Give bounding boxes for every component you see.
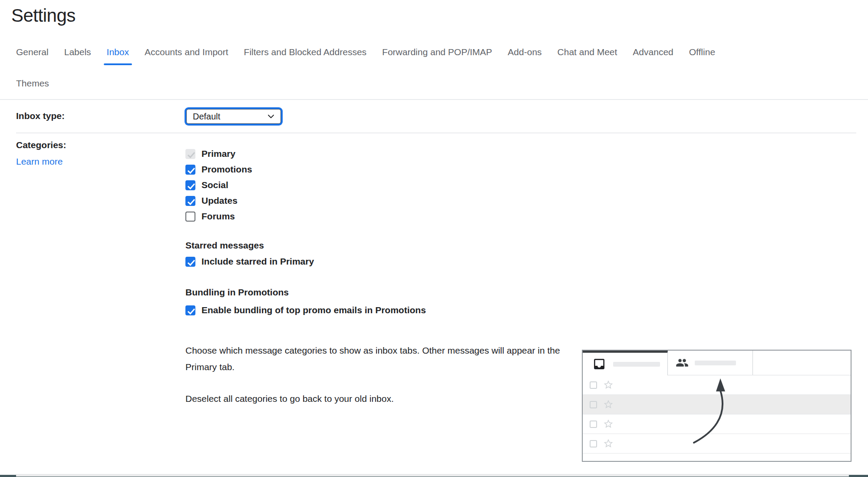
checkbox-label: Enable bundling of top promo emails in P… — [201, 305, 426, 315]
illustration-social-tab — [668, 351, 753, 375]
inbox-tabs-illustration — [582, 350, 851, 462]
tab-row-1: GeneralLabelsInboxAccounts and ImportFil… — [16, 47, 854, 57]
tab-label: Inbox — [107, 47, 129, 57]
illustration-message-list — [583, 375, 851, 461]
starred-option-row: Include starred in Primary — [185, 256, 314, 267]
category-row-promotions: Promotions — [185, 162, 252, 177]
tab-label: Chat and Meet — [558, 47, 617, 57]
checkbox-label: Updates — [201, 195, 238, 206]
tab-label-placeholder — [695, 361, 736, 365]
checkbox-label: Social — [201, 180, 228, 190]
checkbox-outline-icon — [590, 381, 597, 389]
categories-description: Choose which message categories to show … — [185, 342, 570, 375]
illustration-row — [583, 375, 851, 395]
tab-accounts-and-import[interactable]: Accounts and Import — [145, 47, 228, 57]
tab-label-placeholder — [613, 362, 660, 367]
checkbox-include-starred-in-primary[interactable] — [185, 257, 195, 267]
checkmark-icon — [188, 197, 195, 205]
bundling-option-row: Enable bundling of top promo emails in P… — [185, 305, 426, 315]
category-row-updates: Updates — [185, 193, 252, 209]
illustration-primary-tab — [583, 351, 668, 375]
inbox-type-label: Inbox type: — [16, 111, 65, 121]
category-row-social: Social — [185, 177, 252, 193]
checkbox-label: Primary — [201, 149, 235, 159]
chevron-down-icon — [267, 114, 274, 119]
inbox-type-selected-value: Default — [193, 112, 267, 122]
checkbox-promotions[interactable] — [185, 165, 195, 175]
learn-more-link[interactable]: Learn more — [16, 156, 63, 167]
checkbox-social[interactable] — [185, 180, 195, 190]
category-row-forums: Forums — [185, 209, 252, 224]
tab-offline[interactable]: Offline — [689, 47, 715, 57]
checkbox-outline-icon — [590, 440, 597, 447]
illustration-row — [583, 434, 851, 454]
categories-label: Categories: — [16, 140, 66, 150]
tab-general[interactable]: General — [16, 47, 49, 57]
tab-label: Add-ons — [508, 47, 541, 57]
star-outline-icon — [603, 399, 614, 410]
tab-label: General — [16, 47, 49, 57]
bundling-heading: Bundling in Promotions — [185, 287, 289, 298]
checkmark-icon — [188, 166, 195, 174]
horizontal-scrollbar-thumb[interactable] — [16, 474, 849, 477]
star-outline-icon — [603, 380, 614, 390]
tab-inbox[interactable]: Inbox — [107, 47, 129, 57]
illustration-row — [583, 395, 851, 414]
gmail-settings-page: Settings GeneralLabelsInboxAccounts and … — [0, 0, 868, 477]
checkbox-updates[interactable] — [185, 196, 195, 206]
inbox-type-divider — [16, 132, 856, 133]
tab-add-ons[interactable]: Add-ons — [508, 47, 541, 57]
checkbox-outline-icon — [590, 401, 597, 408]
checkbox-forums[interactable] — [185, 212, 195, 222]
star-outline-icon — [603, 438, 614, 449]
tab-themes[interactable]: Themes — [16, 78, 49, 89]
checkbox-label: Include starred in Primary — [201, 256, 314, 267]
tab-chat-and-meet[interactable]: Chat and Meet — [558, 47, 617, 57]
tab-label: Filters and Blocked Addresses — [244, 47, 366, 57]
checkbox-label: Forums — [201, 211, 235, 222]
categories-checkbox-list: PrimaryPromotionsSocialUpdatesForums — [185, 146, 252, 224]
tab-label: Forwarding and POP/IMAP — [382, 47, 492, 57]
checkmark-icon — [188, 258, 195, 266]
checkbox-enable-bundling-of-top-promo-emails-in-promotions[interactable] — [185, 305, 195, 315]
checkmark-icon — [188, 307, 195, 315]
checkbox-outline-icon — [590, 421, 597, 428]
checkbox-label: Promotions — [201, 164, 252, 175]
tab-label: Offline — [689, 47, 715, 57]
tab-row-2: Themes — [16, 78, 854, 89]
deselect-description: Deselect all categories to go back to yo… — [185, 391, 570, 407]
tab-label: Themes — [16, 78, 49, 88]
active-tab-underline — [104, 63, 132, 65]
star-outline-icon — [603, 419, 614, 429]
checkbox-primary — [185, 149, 195, 159]
category-row-primary: Primary — [185, 146, 252, 162]
tab-label: Advanced — [633, 47, 673, 57]
inbox-type-select[interactable]: Default — [186, 109, 281, 124]
tab-forwarding-and-pop-imap[interactable]: Forwarding and POP/IMAP — [382, 47, 492, 57]
inbox-icon — [592, 357, 606, 371]
tab-label: Labels — [64, 47, 91, 57]
tab-filters-and-blocked-addresses[interactable]: Filters and Blocked Addresses — [244, 47, 366, 57]
tabs-divider — [0, 99, 868, 100]
starred-messages-heading: Starred messages — [185, 240, 264, 251]
illustration-row — [583, 414, 851, 434]
checkmark-icon — [188, 182, 195, 189]
page-title: Settings — [11, 5, 76, 26]
tab-labels[interactable]: Labels — [64, 47, 91, 57]
people-icon — [676, 356, 689, 369]
tab-advanced[interactable]: Advanced — [633, 47, 673, 57]
checkmark-icon — [188, 150, 195, 158]
settings-tab-bar: GeneralLabelsInboxAccounts and ImportFil… — [16, 47, 854, 89]
tab-label: Accounts and Import — [145, 47, 228, 57]
